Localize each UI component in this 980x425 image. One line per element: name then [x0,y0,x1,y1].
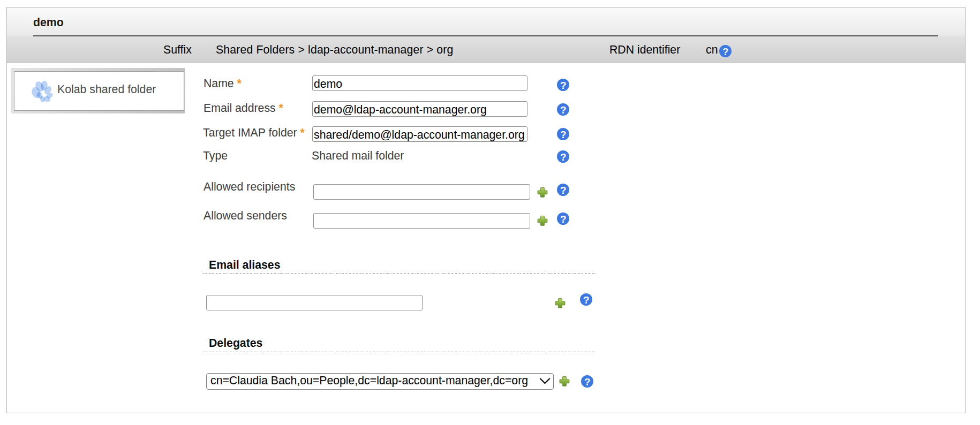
svg-text:?: ? [560,104,567,116]
svg-text:?: ? [560,214,567,225]
svg-text:?: ? [560,129,567,140]
svg-text:?: ? [583,294,590,306]
svg-text:?: ? [560,185,567,196]
svg-text:?: ? [560,80,567,91]
svg-text:?: ? [722,46,729,57]
svg-text:?: ? [584,376,591,388]
svg-text:?: ? [560,151,567,163]
